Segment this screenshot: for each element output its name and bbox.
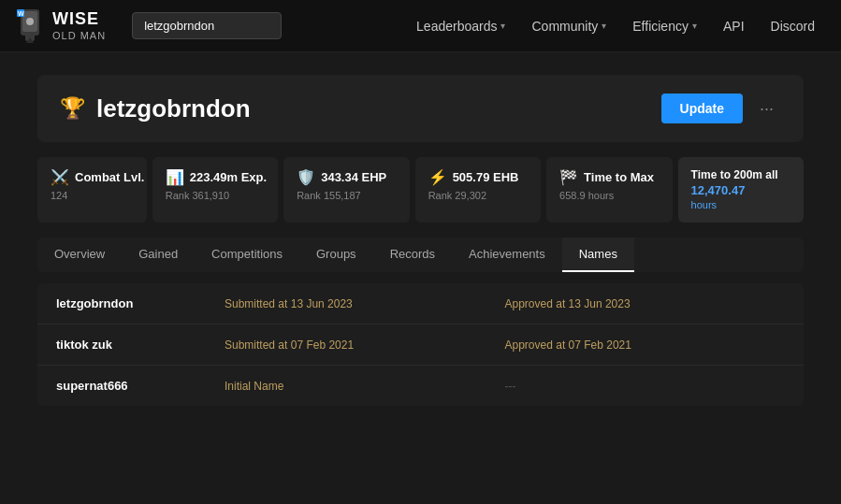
search-input[interactable]: letzgobrndon [132,12,282,39]
main-content: 🏆 letzgobrndon Update ··· ⚔️ Combat Lvl.… [0,52,841,428]
stat-time-max-header: 🏁 Time to Max [559,168,659,186]
tab-records[interactable]: Records [373,238,452,272]
stat-ehb-header: ⚡ 505.79 EHB [428,168,528,186]
approved-col-0: Approved at 13 Jun 2023 [505,297,786,310]
svg-point-2 [26,18,34,25]
chevron-down-icon: ▾ [692,21,697,31]
max-icon: 🏁 [559,168,578,186]
stat-exp-sub: Rank 361,910 [166,190,265,201]
stat-time-max: 🏁 Time to Max 658.9 hours [546,157,672,223]
logo-wise: WISE [52,9,106,30]
name-col-1: tiktok zuk [56,338,225,352]
stat-exp-header: 📊 223.49m Exp. [166,168,265,186]
time-200m-value-row: 12,470.47 hours [691,183,790,211]
profile-actions: Update ··· [661,94,781,123]
nav-api[interactable]: API [712,13,756,39]
exp-icon: 📊 [166,168,184,186]
stat-combat-main: Combat Lvl. [75,170,144,184]
tab-overview[interactable]: Overview [37,238,122,272]
approved-col-1: Approved at 07 Feb 2021 [505,338,786,352]
navbar: W WISE OLD MAN letzgobrndon Leaderboards… [0,0,841,52]
tabs: Overview Gained Competitions Groups Reco… [37,238,804,272]
logo-icon: W [15,7,45,45]
stat-exp-main: 223.49m Exp. [190,170,267,184]
profile-name: letzgobrndon [96,94,251,123]
chevron-down-icon: ▾ [602,21,606,31]
svg-text:W: W [18,10,24,17]
tab-competitions[interactable]: Competitions [195,238,299,272]
stat-ehp: 🛡️ 343.34 EHP Rank 155,187 [283,157,409,223]
nav-discord[interactable]: Discord [760,13,826,39]
stats-row: ⚔️ Combat Lvl. 124 📊 223.49m Exp. Rank 3… [37,157,804,223]
logo-text: WISE OLD MAN [52,9,106,42]
table-row: letzgobrndon Submitted at 13 Jun 2023 Ap… [37,283,804,324]
nav-community-label: Community [531,19,598,34]
ehb-icon: ⚡ [428,168,447,186]
stat-ehp-header: 🛡️ 343.34 EHP [297,168,396,186]
combat-icon: ⚔️ [51,168,69,186]
tab-gained[interactable]: Gained [122,238,195,272]
update-button[interactable]: Update [661,94,743,123]
name-col-0: letzgobrndon [56,296,225,310]
stat-time-200m: Time to 200m all 12,470.47 hours [678,157,804,223]
nav-leaderboards-label: Leaderboards [416,19,497,34]
nav-links: Leaderboards ▾ Community ▾ Efficiency ▾ … [405,13,826,39]
ehp-icon: 🛡️ [297,168,315,186]
submitted-col-1: Submitted at 07 Feb 2021 [225,338,505,352]
chevron-down-icon: ▾ [500,21,505,31]
time-200m-value: 12,470.47 [691,183,746,197]
table-row: supernat666 Initial Name --- [37,366,804,406]
stat-ehb-main: 505.79 EHB [453,170,519,184]
nav-leaderboards[interactable]: Leaderboards ▾ [405,13,516,39]
logo-oldman: OLD MAN [52,30,106,42]
tab-achievements[interactable]: Achievements [452,238,562,272]
nav-api-label: API [723,19,745,34]
stat-combat: ⚔️ Combat Lvl. 124 [37,157,147,223]
stat-ehp-sub: Rank 155,187 [297,190,396,201]
stat-time-max-sub: 658.9 hours [559,190,659,201]
logo[interactable]: W WISE OLD MAN [15,7,106,45]
name-col-2: supernat666 [56,379,225,393]
nav-efficiency[interactable]: Efficiency ▾ [621,13,708,39]
stat-exp: 📊 223.49m Exp. Rank 361,910 [152,157,278,223]
profile-card: 🏆 letzgobrndon Update ··· [37,75,804,142]
stat-ehb-sub: Rank 29,302 [428,190,528,201]
stat-ehb: ⚡ 505.79 EHB Rank 29,302 [415,157,541,223]
nav-discord-label: Discord [771,19,815,34]
profile-title: 🏆 letzgobrndon [60,94,251,123]
approved-col-2: --- [505,380,786,393]
time-200m-label: Time to 200m all [691,168,790,181]
names-table: letzgobrndon Submitted at 13 Jun 2023 Ap… [37,283,804,406]
trophy-icon: 🏆 [60,96,85,121]
submitted-col-0: Submitted at 13 Jun 2023 [225,297,505,310]
more-options-button[interactable]: ··· [752,95,781,122]
time-200m-unit: hours [691,199,718,210]
nav-community[interactable]: Community ▾ [520,13,617,39]
submitted-col-2: Initial Name [225,380,505,393]
nav-efficiency-label: Efficiency [632,19,689,34]
table-row: tiktok zuk Submitted at 07 Feb 2021 Appr… [37,324,804,366]
stat-ehp-main: 343.34 EHP [321,170,386,184]
stat-combat-header: ⚔️ Combat Lvl. [51,168,134,186]
tab-groups[interactable]: Groups [299,238,373,272]
tab-names[interactable]: Names [562,238,634,272]
stat-time-max-main: Time to Max [584,170,654,184]
stat-combat-sub: 124 [51,190,134,201]
